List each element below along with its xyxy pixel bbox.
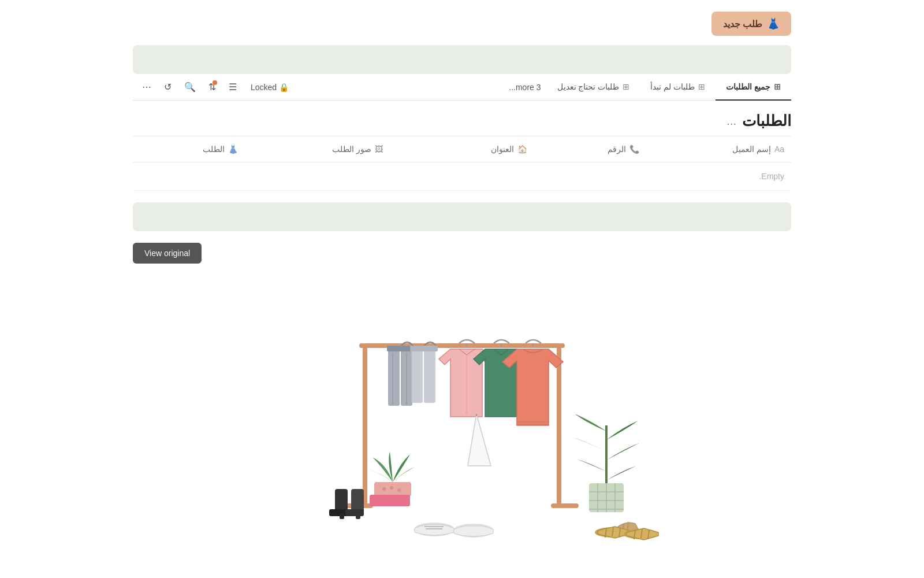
svg-rect-27 [370,495,410,506]
undo-redo-button[interactable]: ↺ [161,78,175,96]
page-title: الطلبات [742,112,791,130]
svg-rect-30 [340,513,344,519]
tabs-bar: ⊞ جميع الطلبات ⊞ طلبات لم تبدأ ⊞ طلبات ت… [133,74,791,101]
svg-point-25 [390,486,393,490]
empty-row: Empty. [133,162,791,191]
tab-needs-edit-label: طلبات تحتاج تعديل [557,82,620,91]
col-header-phone[interactable]: 📞 الرقم [534,142,646,156]
text-icon: Aa [774,144,784,154]
address-icon: 🏠 [517,144,527,154]
empty-text: Empty. [759,172,784,181]
table-icon-all: ⊞ [774,82,781,91]
svg-rect-14 [410,346,438,351]
phone-icon: 📞 [629,144,639,154]
svg-point-26 [397,488,401,492]
tab-needs-edit[interactable]: ⊞ طلبات تحتاج تعديل [547,74,640,101]
more-options-button[interactable]: ⋯ [139,78,155,96]
svg-rect-4 [551,503,579,508]
title-dots-button[interactable]: ... [726,114,736,128]
table-header: Aa إسم العميل 📞 الرقم 🏠 العنوان 🖼 صور ال… [133,136,791,162]
sort-button[interactable]: ⇅ [205,78,219,96]
col-order-label: الطلب [203,144,225,154]
search-button[interactable]: 🔍 [181,78,199,96]
svg-rect-32 [345,509,364,516]
sort-dot [213,80,217,85]
second-banner [133,202,791,231]
col-header-order[interactable]: 👗 الطلب [133,142,245,156]
col-images-label: صور الطلب [332,144,371,154]
col-header-address[interactable]: 🏠 العنوان [390,142,535,156]
order-icon: 👗 [228,144,238,154]
filter-button[interactable]: ☰ [225,78,240,96]
filter-icon: ☰ [229,81,237,92]
col-header-name[interactable]: Aa إسم العميل [646,142,791,156]
view-original-row: View original [133,243,791,264]
view-original-button[interactable]: View original [133,243,202,264]
illustration-container [133,269,791,570]
svg-rect-6 [388,348,400,406]
tab-not-started-label: طلبات لم تبدأ [650,82,695,91]
locked-button[interactable]: 🔒 Locked [246,79,293,95]
undo-redo-icon: ↺ [164,81,172,92]
more-tabs[interactable]: 3 more... [503,75,546,100]
tab-all-label: جميع الطلبات [726,82,770,91]
new-order-label: طلب جديد [723,18,762,29]
ellipsis-icon: ⋯ [142,81,151,92]
svg-rect-0 [363,344,367,506]
table-icon-needs-edit: ⊞ [623,82,629,91]
svg-rect-23 [374,482,411,497]
svg-rect-29 [329,509,348,516]
images-icon: 🖼 [375,144,383,154]
svg-rect-12 [411,348,423,403]
svg-rect-1 [557,344,561,506]
lock-icon: 🔒 [279,83,289,92]
search-icon: 🔍 [184,81,196,92]
new-order-button[interactable]: 👗 طلب جديد [711,12,791,36]
svg-rect-33 [356,513,360,519]
table-icon-not-started: ⊞ [698,82,705,91]
col-header-images[interactable]: 🖼 صور الطلب [245,142,390,156]
page-title-row: الطلبات ... [133,101,791,136]
col-address-label: العنوان [491,144,514,154]
tab-all-orders[interactable]: ⊞ جميع الطلبات [716,74,791,101]
svg-point-24 [382,487,386,491]
col-name-label: إسم العميل [732,144,771,154]
locked-label: Locked [251,83,277,92]
top-banner [133,45,791,74]
tab-actions: 🔒 Locked ☰ ⇅ 🔍 ↺ ⋯ [133,78,299,96]
col-phone-label: الرقم [608,144,626,154]
svg-rect-13 [424,348,435,403]
dress-icon: 👗 [767,17,780,30]
view-original-label: View original [144,249,190,258]
clothing-rack-illustration [260,281,664,547]
tab-not-started[interactable]: ⊞ طلبات لم تبدأ [640,74,716,101]
